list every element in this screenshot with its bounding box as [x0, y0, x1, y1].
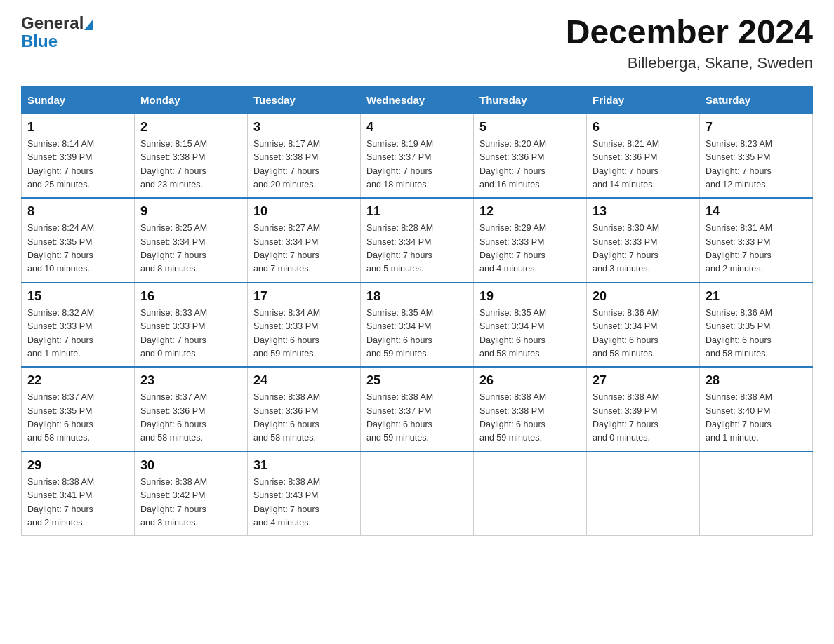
day-number: 31 [253, 458, 355, 473]
day-info: Sunrise: 8:38 AMSunset: 3:43 PMDaylight:… [253, 476, 355, 530]
calendar-header: Sunday Monday Tuesday Wednesday Thursday… [22, 86, 813, 114]
day-info: Sunrise: 8:38 AMSunset: 3:37 PMDaylight:… [366, 391, 468, 445]
calendar-cell-w3-d2: 17 Sunrise: 8:34 AMSunset: 3:33 PMDaylig… [248, 283, 361, 368]
day-info: Sunrise: 8:19 AMSunset: 3:37 PMDaylight:… [366, 137, 468, 192]
day-info: Sunrise: 8:21 AMSunset: 3:36 PMDaylight:… [593, 137, 694, 192]
calendar-cell-w5-d4 [474, 452, 587, 536]
day-number: 17 [253, 289, 355, 304]
header-wednesday: Wednesday [361, 86, 474, 114]
calendar-cell-w4-d4: 26 Sunrise: 8:38 AMSunset: 3:38 PMDaylig… [474, 367, 587, 452]
page-header: General Blue December 2024 Billeberga, S… [21, 14, 813, 72]
calendar-cell-w2-d2: 10 Sunrise: 8:27 AMSunset: 3:34 PMDaylig… [248, 198, 361, 283]
calendar-table: Sunday Monday Tuesday Wednesday Thursday… [21, 86, 813, 537]
calendar-cell-w1-d3: 4 Sunrise: 8:19 AMSunset: 3:37 PMDayligh… [361, 114, 474, 199]
calendar-cell-w1-d1: 2 Sunrise: 8:15 AMSunset: 3:38 PMDayligh… [135, 114, 248, 199]
calendar-cell-w5-d1: 30 Sunrise: 8:38 AMSunset: 3:42 PMDaylig… [135, 452, 248, 536]
day-info: Sunrise: 8:38 AMSunset: 3:40 PMDaylight:… [706, 391, 807, 445]
calendar-cell-w5-d3 [361, 452, 474, 536]
day-info: Sunrise: 8:37 AMSunset: 3:35 PMDaylight:… [27, 391, 128, 445]
day-number: 2 [140, 120, 241, 135]
calendar-title-block: December 2024 Billeberga, Skane, Sweden [566, 14, 813, 72]
header-tuesday: Tuesday [248, 86, 361, 114]
calendar-cell-w5-d2: 31 Sunrise: 8:38 AMSunset: 3:43 PMDaylig… [248, 452, 361, 536]
day-number: 11 [366, 204, 468, 219]
header-sunday: Sunday [22, 86, 135, 114]
calendar-week-4: 22 Sunrise: 8:37 AMSunset: 3:35 PMDaylig… [22, 367, 813, 452]
calendar-cell-w4-d5: 27 Sunrise: 8:38 AMSunset: 3:39 PMDaylig… [587, 367, 700, 452]
day-number: 18 [366, 289, 468, 304]
calendar-cell-w2-d0: 8 Sunrise: 8:24 AMSunset: 3:35 PMDayligh… [22, 198, 135, 283]
day-info: Sunrise: 8:14 AMSunset: 3:39 PMDaylight:… [27, 137, 128, 192]
calendar-week-3: 15 Sunrise: 8:32 AMSunset: 3:33 PMDaylig… [22, 283, 813, 368]
calendar-body: 1 Sunrise: 8:14 AMSunset: 3:39 PMDayligh… [22, 114, 813, 536]
day-number: 7 [706, 120, 807, 135]
header-friday: Friday [587, 86, 700, 114]
logo: General Blue [21, 14, 94, 51]
calendar-cell-w2-d6: 14 Sunrise: 8:31 AMSunset: 3:33 PMDaylig… [700, 198, 813, 283]
day-info: Sunrise: 8:17 AMSunset: 3:38 PMDaylight:… [253, 137, 355, 192]
calendar-cell-w3-d6: 21 Sunrise: 8:36 AMSunset: 3:35 PMDaylig… [700, 283, 813, 368]
day-number: 5 [479, 120, 581, 135]
day-info: Sunrise: 8:30 AMSunset: 3:33 PMDaylight:… [593, 222, 694, 276]
day-number: 28 [706, 373, 807, 388]
header-monday: Monday [135, 86, 248, 114]
day-number: 12 [479, 204, 581, 219]
day-number: 1 [27, 120, 128, 135]
day-number: 20 [593, 289, 694, 304]
calendar-cell-w5-d5 [587, 452, 700, 536]
calendar-cell-w1-d4: 5 Sunrise: 8:20 AMSunset: 3:36 PMDayligh… [474, 114, 587, 199]
day-number: 4 [366, 120, 468, 135]
day-number: 30 [140, 458, 241, 473]
day-info: Sunrise: 8:29 AMSunset: 3:33 PMDaylight:… [479, 222, 581, 276]
day-info: Sunrise: 8:24 AMSunset: 3:35 PMDaylight:… [27, 222, 128, 276]
day-info: Sunrise: 8:28 AMSunset: 3:34 PMDaylight:… [366, 222, 468, 276]
day-number: 15 [27, 289, 128, 304]
calendar-month-year: December 2024 [566, 14, 813, 51]
day-number: 8 [27, 204, 128, 219]
day-info: Sunrise: 8:25 AMSunset: 3:34 PMDaylight:… [140, 222, 241, 276]
calendar-cell-w2-d5: 13 Sunrise: 8:30 AMSunset: 3:33 PMDaylig… [587, 198, 700, 283]
calendar-cell-w2-d1: 9 Sunrise: 8:25 AMSunset: 3:34 PMDayligh… [135, 198, 248, 283]
calendar-cell-w1-d0: 1 Sunrise: 8:14 AMSunset: 3:39 PMDayligh… [22, 114, 135, 199]
day-number: 27 [593, 373, 694, 388]
calendar-cell-w4-d6: 28 Sunrise: 8:38 AMSunset: 3:40 PMDaylig… [700, 367, 813, 452]
day-number: 26 [479, 373, 581, 388]
calendar-cell-w2-d3: 11 Sunrise: 8:28 AMSunset: 3:34 PMDaylig… [361, 198, 474, 283]
header-saturday: Saturday [700, 86, 813, 114]
calendar-cell-w5-d6 [700, 452, 813, 536]
calendar-cell-w4-d2: 24 Sunrise: 8:38 AMSunset: 3:36 PMDaylig… [248, 367, 361, 452]
day-number: 9 [140, 204, 241, 219]
calendar-cell-w5-d0: 29 Sunrise: 8:38 AMSunset: 3:41 PMDaylig… [22, 452, 135, 536]
calendar-cell-w1-d2: 3 Sunrise: 8:17 AMSunset: 3:38 PMDayligh… [248, 114, 361, 199]
calendar-cell-w3-d1: 16 Sunrise: 8:33 AMSunset: 3:33 PMDaylig… [135, 283, 248, 368]
calendar-cell-w4-d1: 23 Sunrise: 8:37 AMSunset: 3:36 PMDaylig… [135, 367, 248, 452]
weekday-header-row: Sunday Monday Tuesday Wednesday Thursday… [22, 86, 813, 114]
day-number: 6 [593, 120, 694, 135]
day-info: Sunrise: 8:32 AMSunset: 3:33 PMDaylight:… [27, 307, 128, 361]
calendar-cell-w3-d3: 18 Sunrise: 8:35 AMSunset: 3:34 PMDaylig… [361, 283, 474, 368]
day-number: 23 [140, 373, 241, 388]
day-info: Sunrise: 8:38 AMSunset: 3:39 PMDaylight:… [593, 391, 694, 445]
day-info: Sunrise: 8:23 AMSunset: 3:35 PMDaylight:… [706, 137, 807, 192]
day-info: Sunrise: 8:38 AMSunset: 3:38 PMDaylight:… [479, 391, 581, 445]
calendar-cell-w1-d5: 6 Sunrise: 8:21 AMSunset: 3:36 PMDayligh… [587, 114, 700, 199]
day-info: Sunrise: 8:35 AMSunset: 3:34 PMDaylight:… [479, 307, 581, 361]
day-number: 3 [253, 120, 355, 135]
day-number: 13 [593, 204, 694, 219]
day-number: 29 [27, 458, 128, 473]
day-info: Sunrise: 8:38 AMSunset: 3:41 PMDaylight:… [27, 476, 128, 530]
day-number: 14 [706, 204, 807, 219]
day-info: Sunrise: 8:36 AMSunset: 3:35 PMDaylight:… [706, 307, 807, 361]
day-info: Sunrise: 8:27 AMSunset: 3:34 PMDaylight:… [253, 222, 355, 276]
calendar-week-5: 29 Sunrise: 8:38 AMSunset: 3:41 PMDaylig… [22, 452, 813, 536]
day-info: Sunrise: 8:36 AMSunset: 3:34 PMDaylight:… [593, 307, 694, 361]
calendar-week-1: 1 Sunrise: 8:14 AMSunset: 3:39 PMDayligh… [22, 114, 813, 199]
day-info: Sunrise: 8:38 AMSunset: 3:36 PMDaylight:… [253, 391, 355, 445]
day-number: 10 [253, 204, 355, 219]
calendar-cell-w3-d5: 20 Sunrise: 8:36 AMSunset: 3:34 PMDaylig… [587, 283, 700, 368]
logo-wordmark: General Blue [21, 14, 94, 51]
day-info: Sunrise: 8:35 AMSunset: 3:34 PMDaylight:… [366, 307, 468, 361]
calendar-location: Billeberga, Skane, Sweden [566, 54, 813, 72]
calendar-week-2: 8 Sunrise: 8:24 AMSunset: 3:35 PMDayligh… [22, 198, 813, 283]
day-info: Sunrise: 8:34 AMSunset: 3:33 PMDaylight:… [253, 307, 355, 361]
